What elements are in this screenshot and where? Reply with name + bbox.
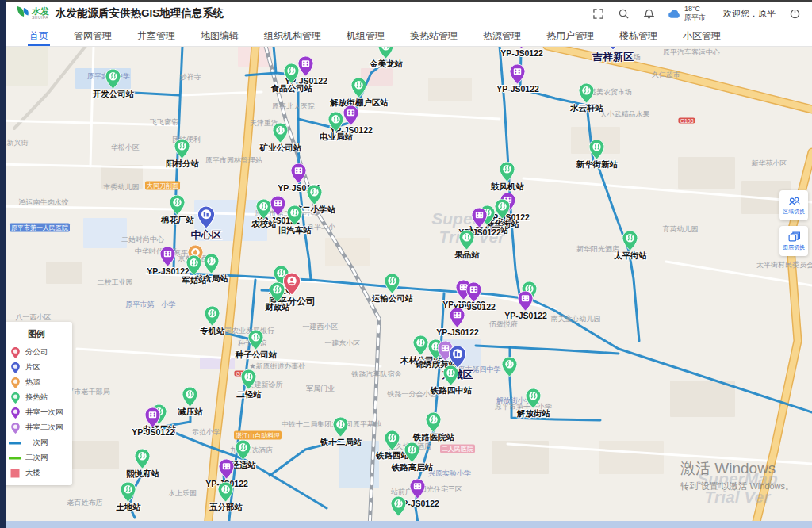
logout-icon[interactable] bbox=[788, 7, 801, 20]
bell-icon[interactable] bbox=[642, 7, 655, 20]
map-legend: 图例 分公司片区热源换热站井室一次网井室二次网一次网二次网大楼 bbox=[2, 322, 72, 485]
map-street bbox=[90, 47, 94, 166]
legend-item: 一次网 bbox=[9, 435, 72, 450]
legend-swatch-icon bbox=[9, 392, 21, 404]
map-poi-label: 华松小区 bbox=[111, 143, 140, 153]
legend-swatch-icon bbox=[9, 407, 21, 419]
map-canvas[interactable]: 原平实达中学妙祥寺飞飞窗帘团结便利华松小区市委幼儿园大同刀削面新兴街鸿运南牛肉水… bbox=[6, 47, 812, 521]
map-marker-label: 经适站 bbox=[196, 460, 291, 471]
map-marker-label: 鼓风机站 bbox=[460, 182, 555, 193]
weather-city: 原平市 bbox=[684, 13, 706, 22]
map-poi-label: 水上乐园 bbox=[168, 488, 197, 499]
map-poi-label: 湛江山自助料理 bbox=[234, 431, 282, 440]
search-icon[interactable] bbox=[617, 7, 630, 20]
map-poi-label: 二校工业园 bbox=[98, 277, 133, 288]
legend-swatch-icon bbox=[9, 347, 21, 358]
map-poi-label: 原平市第一人民医院 bbox=[10, 224, 70, 232]
map-marker-label: 铁路高层站 bbox=[365, 462, 460, 473]
map-marker-label: 太平街站 bbox=[583, 251, 678, 262]
map-marker-label: 铁路四中站 bbox=[404, 385, 499, 396]
pipe-network-line bbox=[476, 346, 619, 354]
nav-tab-9[interactable]: 热用户管理 bbox=[534, 25, 607, 46]
legend-item: 二次网 bbox=[9, 450, 72, 465]
map-marker-label: YP-JS0122 bbox=[470, 84, 565, 94]
map-poi-label: 飞飞窗帘 bbox=[150, 117, 178, 128]
nav-tab-6[interactable]: 机组管理 bbox=[334, 25, 397, 46]
map-building-block bbox=[46, 262, 82, 284]
region-switch-label: 区域切换 bbox=[783, 208, 805, 216]
map-marker-label: 中心区 bbox=[159, 228, 254, 243]
nav-tab-11[interactable]: 小区管理 bbox=[670, 25, 733, 46]
map-poi-label: 八一西小区 bbox=[16, 312, 52, 323]
nav-tab-4[interactable]: 地图编辑 bbox=[188, 25, 251, 46]
map-building-block bbox=[70, 441, 119, 469]
page-title: 水发能源盾安供热GIS地理信息系统 bbox=[56, 6, 224, 21]
map-marker-label: YP-JS0122 bbox=[105, 427, 201, 437]
nav-tab-3[interactable]: 井室管理 bbox=[124, 25, 188, 46]
map-marker-label: 新华街新站 bbox=[550, 159, 645, 170]
map-poi-label: 中铁十二局集团二公司原平基地 bbox=[282, 419, 381, 430]
window-top-edge bbox=[0, 0, 812, 2]
map-poi-label: 盛美农贸市场 bbox=[589, 87, 632, 98]
logo-mark-icon bbox=[13, 5, 29, 22]
app-header: 水发 SHUIFA 水发能源盾安供热GIS地理信息系统 18°C 原平市 欢迎您… bbox=[6, 2, 812, 25]
legend-item: 大楼 bbox=[9, 465, 72, 480]
fullscreen-icon[interactable] bbox=[592, 7, 604, 20]
app-logo: 水发 SHUIFA bbox=[13, 5, 49, 22]
nav-tab-8[interactable]: 热源管理 bbox=[470, 25, 534, 46]
map-street bbox=[77, 349, 230, 358]
legend-item-label: 分公司 bbox=[25, 347, 48, 358]
main-nav: 首页管网管理井室管理地图编辑组织机构管理机组管理换热站管理热源管理热用户管理楼栋… bbox=[6, 25, 812, 47]
map-marker-label: 五分部站 bbox=[178, 502, 274, 513]
map-building-block bbox=[83, 218, 127, 248]
legend-item: 分公司 bbox=[9, 345, 72, 360]
map-marker-label: 开发公司站 bbox=[66, 89, 161, 100]
nav-tab-2[interactable]: 管网管理 bbox=[61, 25, 124, 46]
legend-item-label: 大楼 bbox=[25, 468, 40, 478]
map-marker-label: YP-JS0122 bbox=[251, 183, 347, 193]
map-poi-label: 原平北大医院 bbox=[272, 101, 315, 112]
map-poi-label: 大同刀削面 bbox=[145, 182, 180, 190]
map-poi-label: 原平汽车客运中心 bbox=[663, 48, 720, 58]
map-marker-label: 吉祥新区 bbox=[565, 50, 661, 64]
road-number-badge: G108 bbox=[678, 118, 695, 124]
legend-title: 图例 bbox=[9, 328, 64, 340]
region-switch-button[interactable]: 区域切换 bbox=[779, 190, 808, 220]
legend-item: 热源 bbox=[9, 375, 72, 390]
legend-swatch-icon bbox=[9, 469, 21, 478]
map-poi-label: 久仁超市 bbox=[652, 70, 680, 80]
map-marker-label: 旧汽车站 bbox=[247, 225, 343, 236]
legend-item-label: 井室一次网 bbox=[25, 407, 63, 418]
welcome-text: 欢迎您，原平 bbox=[723, 8, 776, 20]
legend-item: 换热站 bbox=[9, 390, 72, 405]
map-building-block bbox=[428, 78, 472, 101]
logo-text-en: SHUIFA bbox=[32, 16, 49, 20]
map-poi-label: 太平街村民委员会 bbox=[756, 260, 812, 270]
marker-heat-station-icon bbox=[391, 496, 406, 519]
legend-swatch-icon bbox=[9, 423, 21, 434]
map-marker-label: 财政站 bbox=[230, 302, 325, 313]
map-marker-label: 铁路西站 bbox=[345, 450, 440, 461]
layer-switch-button[interactable]: 图层切换 bbox=[779, 226, 808, 256]
map-marker-label: 铁路医院站 bbox=[386, 432, 481, 443]
map-marker-label: YP-JS0122 bbox=[432, 228, 527, 237]
cloud-icon bbox=[668, 9, 681, 19]
legend-item-label: 片区 bbox=[25, 362, 40, 373]
nav-tab-5[interactable]: 组织机构管理 bbox=[251, 25, 334, 46]
map-poi-label: 一建东小区 bbox=[325, 339, 361, 349]
nav-tab-10[interactable]: 楼栋管理 bbox=[607, 25, 670, 46]
nav-tab-1[interactable]: 首页 bbox=[17, 25, 61, 46]
map-building-block bbox=[670, 381, 735, 417]
map-poi-label: 鸿运南牛肉水饺 bbox=[19, 197, 69, 208]
map-marker-label: 电业局站 bbox=[289, 132, 384, 143]
legend-item: 井室一次网 bbox=[9, 405, 72, 420]
map-marker-label: 解放街站 bbox=[486, 408, 581, 419]
legend-swatch-icon bbox=[9, 362, 21, 373]
nav-tab-7[interactable]: 换热站管理 bbox=[397, 25, 470, 46]
map-marker-label: YP-JS0122 bbox=[478, 311, 573, 320]
map-poi-label: 铁路汽车队宿舍 bbox=[352, 369, 402, 380]
map-marker-label: 二轻站 bbox=[201, 389, 297, 400]
legend-item: 片区 bbox=[9, 360, 72, 375]
map-marker-label: 熙悦府站 bbox=[95, 469, 190, 480]
legend-item: 井室二次网 bbox=[9, 420, 72, 435]
